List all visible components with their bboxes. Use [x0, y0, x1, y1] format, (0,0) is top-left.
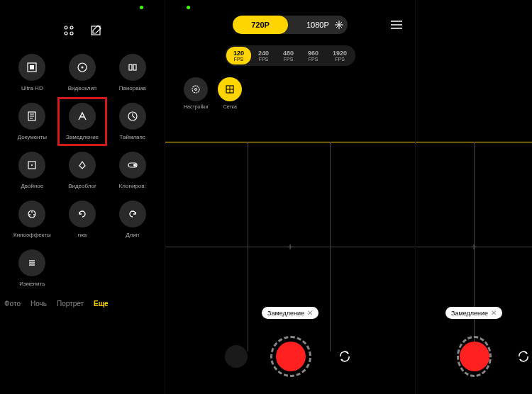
svg-point-21	[31, 211, 33, 213]
grid-icon	[218, 77, 242, 101]
mode-edit-list[interactable]: Изменить	[7, 244, 57, 293]
mode-label: Двойное	[21, 183, 43, 189]
gear-icon	[184, 77, 208, 101]
mode-label: Клониров:	[119, 183, 146, 189]
panorama-icon	[119, 54, 146, 81]
setting-label: Сетка	[223, 104, 237, 109]
gallery-thumb[interactable]	[225, 345, 248, 368]
svg-rect-10	[133, 64, 136, 70]
svg-rect-9	[129, 64, 132, 70]
mode-chip-label: Замедление	[267, 310, 304, 317]
svg-point-19	[133, 164, 136, 167]
svg-point-8	[81, 67, 83, 69]
mode-label: Видеоклип	[68, 85, 96, 91]
mode-reverse[interactable]: нка	[57, 195, 108, 244]
mode-label: Киноэффекты	[13, 232, 51, 238]
svg-point-22	[29, 214, 31, 215]
svg-point-3	[70, 32, 73, 35]
bottom-tabs: ФотоНочьПортретЕще	[0, 300, 165, 308]
long-icon	[119, 201, 146, 227]
viewfinder-area: 720P1080P 120FPS240FPS480FPS960FPS1920FP…	[165, 0, 532, 394]
fps-selector: 120FPS240FPS480FPS960FPS1920FPS	[225, 45, 355, 66]
setting-gear[interactable]: Настройки	[184, 77, 208, 109]
mode-vlog[interactable]: Видеоблог	[57, 146, 108, 195]
tab-Фото[interactable]: Фото	[4, 300, 21, 308]
svg-point-1	[70, 26, 73, 29]
edit-icon[interactable]	[89, 24, 102, 37]
mode-grid: Ultra HDВидеоклипПанорамаДокументыЗамедл…	[0, 48, 165, 293]
mode-ultra-hd[interactable]: Ultra HD	[7, 48, 57, 97]
fps-120[interactable]: 120FPS	[226, 47, 251, 64]
status-dot	[140, 6, 143, 9]
resolution-720P[interactable]: 720P	[233, 16, 288, 34]
shutter-inner	[276, 342, 306, 371]
mode-panorama[interactable]: Панорама	[107, 48, 157, 97]
shutter-button[interactable]	[270, 336, 311, 377]
mode-label: Документы	[18, 134, 47, 140]
vlog-icon	[69, 152, 96, 179]
setting-label: Настройки	[184, 104, 208, 109]
ultra-hd-icon	[18, 54, 45, 81]
grid-overlay: +	[416, 142, 532, 351]
mode-slowmo[interactable]: Замедление	[57, 97, 108, 146]
flash-icon[interactable]	[334, 20, 344, 30]
focus-plus-icon: +	[287, 241, 293, 252]
svg-point-2	[65, 32, 67, 35]
mode-chip[interactable]: Замедление ✕	[262, 307, 318, 319]
camera-view-1: 720P1080P 120FPS240FPS480FPS960FPS1920FP…	[165, 0, 415, 394]
mode-clone[interactable]: Клониров:	[107, 146, 157, 195]
resolution-toggle: 720P1080P	[233, 16, 348, 34]
dot-circle-icon	[69, 54, 96, 81]
shutter-button[interactable]	[457, 336, 492, 377]
grid-overlay: +	[165, 142, 415, 351]
camera-view-2: + Замедление ✕	[415, 0, 532, 394]
svg-point-31	[195, 89, 197, 91]
close-icon[interactable]: ✕	[491, 309, 497, 317]
slowmo-icon	[69, 103, 96, 130]
mode-label: нка	[78, 232, 87, 238]
clone-icon	[119, 152, 146, 179]
menu-icon[interactable]	[391, 21, 402, 29]
svg-point-23	[33, 214, 35, 215]
switch-camera-icon[interactable]	[334, 346, 355, 367]
svg-point-17	[31, 164, 33, 166]
svg-rect-6	[30, 65, 34, 69]
mode-label: Панорама	[119, 85, 146, 91]
apps-icon[interactable]	[62, 24, 75, 37]
mode-chip-label: Замедление	[451, 310, 488, 317]
edit-list-icon	[18, 249, 45, 276]
switch-camera-icon[interactable]	[514, 346, 532, 367]
timelapse-icon	[119, 103, 146, 130]
mode-dual[interactable]: Двойное	[7, 146, 57, 195]
setting-grid[interactable]: Сетка	[218, 77, 242, 109]
svg-point-30	[192, 86, 199, 93]
mode-label: Таймлапс	[119, 134, 145, 140]
settings-row: НастройкиСетка	[165, 66, 415, 109]
mode-cinema[interactable]: Киноэффекты	[7, 195, 57, 244]
mode-dot-circle[interactable]: Видеоклип	[57, 48, 108, 97]
mode-label: Видеоблог	[68, 183, 96, 189]
fps-1920[interactable]: 1920FPS	[326, 47, 354, 64]
svg-point-0	[65, 26, 67, 29]
close-icon[interactable]: ✕	[307, 309, 313, 317]
focus-plus-icon: +	[471, 241, 477, 252]
mode-label: Длин	[126, 232, 139, 238]
fps-240[interactable]: 240FPS	[251, 47, 276, 64]
mode-picker-panel: Ultra HDВидеоклипПанорамаДокументыЗамедл…	[0, 0, 165, 394]
fps-480[interactable]: 480FPS	[276, 47, 301, 64]
fps-960[interactable]: 960FPS	[301, 47, 326, 64]
mode-timelapse[interactable]: Таймлапс	[107, 97, 157, 146]
mode-label: Замедление	[66, 134, 99, 140]
document-icon	[18, 103, 45, 130]
tab-Портрет[interactable]: Портрет	[57, 300, 84, 308]
dual-icon	[18, 152, 45, 179]
mode-document[interactable]: Документы	[7, 97, 57, 146]
mode-chip[interactable]: Замедление ✕	[445, 307, 502, 319]
shutter-inner	[460, 342, 489, 371]
tab-Ночь[interactable]: Ночь	[31, 300, 47, 308]
cinema-icon	[18, 201, 45, 227]
mode-long[interactable]: Длин	[107, 195, 157, 244]
mode-label: Изменить	[19, 281, 45, 287]
mode-label: Ultra HD	[21, 85, 43, 91]
tab-Еще[interactable]: Еще	[94, 300, 109, 308]
